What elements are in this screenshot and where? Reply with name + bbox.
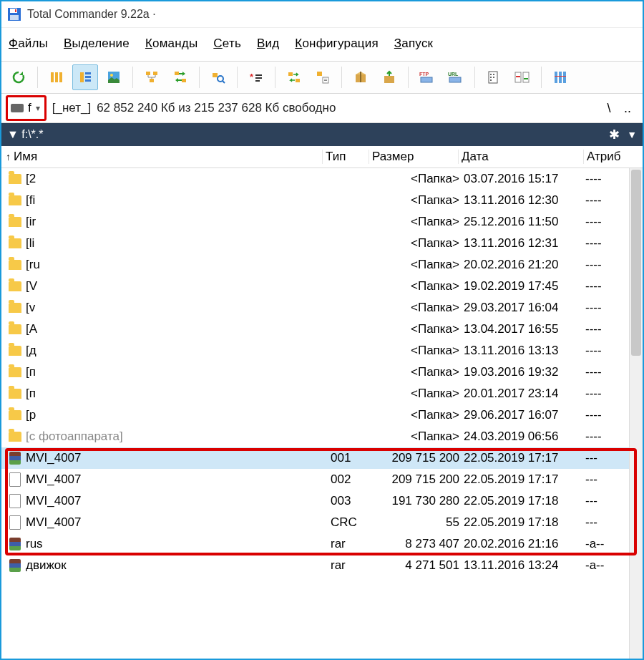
list-item[interactable]: [с фотоаппарата]<Папка>24.03.2019 06:56-… xyxy=(1,426,643,447)
list-item[interactable]: MVI_4007001209 715 20022.05.2019 17:17--… xyxy=(1,447,643,469)
item-size: <Папка> xyxy=(374,430,464,444)
ftp-button[interactable]: FTP xyxy=(414,64,440,90)
item-name: [с фотоаппарата] xyxy=(26,430,331,444)
scrollbar[interactable] xyxy=(629,168,643,659)
sync-button[interactable] xyxy=(281,64,307,90)
list-item[interactable]: [д<Папка>13.11.2016 13:13---- xyxy=(1,340,643,361)
pack-button[interactable] xyxy=(348,64,374,90)
list-item[interactable]: движокrar4 271 50113.11.2016 13:24-a-- xyxy=(1,555,643,576)
column-headers: ↑Имя Тип Размер Дата Атриб xyxy=(1,146,643,168)
svg-rect-50 xyxy=(555,76,566,77)
svg-rect-44 xyxy=(523,72,529,82)
pathbar[interactable]: ▼ f:\*.* ✱ ▼ xyxy=(1,123,643,146)
view-thumbs-button[interactable] xyxy=(101,64,127,90)
list-item[interactable]: [v<Папка>29.03.2017 16:04---- xyxy=(1,297,643,319)
view-brief-button[interactable] xyxy=(44,64,69,90)
list-item[interactable]: [li<Папка>13.11.2016 12:31---- xyxy=(1,233,643,254)
item-size: <Папка> xyxy=(374,279,464,293)
scrollbar-thumb[interactable] xyxy=(631,170,641,356)
drive-selector[interactable]: f ▾ xyxy=(6,95,47,121)
item-size: <Папка> xyxy=(374,322,464,336)
item-name: [ru xyxy=(26,258,331,272)
drive-space: 62 852 240 Кб из 215 237 628 Кб свободно xyxy=(97,101,336,115)
parent-button[interactable]: .. xyxy=(624,101,631,116)
compare-button[interactable] xyxy=(509,64,535,90)
header-attr[interactable]: Атриб xyxy=(583,150,643,164)
list-item[interactable]: [A<Папка>13.04.2017 16:55---- xyxy=(1,319,643,340)
copy-names-button[interactable] xyxy=(310,64,336,90)
svg-rect-22 xyxy=(255,77,262,79)
list-item[interactable]: [п<Папка>19.03.2016 19:32---- xyxy=(1,361,643,383)
list-item[interactable]: [ir<Папка>25.12.2016 11:50---- xyxy=(1,211,643,233)
sort-asc-icon: ↑ xyxy=(6,151,11,162)
unpack-button[interactable] xyxy=(376,64,402,90)
list-item[interactable]: [V<Папка>19.02.2019 17:45---- xyxy=(1,276,643,297)
tree-button[interactable] xyxy=(139,64,165,90)
list-item[interactable]: MVI_4007002209 715 20022.05.2019 17:17--… xyxy=(1,469,643,490)
header-name[interactable]: ↑Имя xyxy=(1,150,322,164)
item-name: rus xyxy=(26,537,331,551)
root-button[interactable]: \ xyxy=(602,101,615,116)
svg-rect-28 xyxy=(324,79,327,79)
item-name: [V xyxy=(26,279,331,293)
hdd-icon xyxy=(11,104,24,112)
item-size: <Папка> xyxy=(374,301,464,315)
view-full-button[interactable] xyxy=(72,64,98,90)
svg-rect-13 xyxy=(146,72,150,75)
split-view-button[interactable] xyxy=(547,64,573,90)
folder-icon xyxy=(9,410,21,420)
app-window: Total Commander 9.22a · Файлы Выделение … xyxy=(0,0,644,660)
menu-commands[interactable]: Команды xyxy=(145,37,197,51)
svg-rect-21 xyxy=(255,74,262,76)
list-item[interactable]: rusrar8 273 40720.02.2016 21:16-a-- xyxy=(1,533,643,555)
list-item[interactable]: [ru<Папка>20.02.2016 21:20---- xyxy=(1,254,643,276)
item-size: <Папка> xyxy=(374,408,464,422)
item-size: 55 xyxy=(374,515,464,530)
list-item[interactable]: [п<Папка>20.01.2017 23:14---- xyxy=(1,383,643,404)
list-item[interactable]: [р<Папка>29.06.2017 16:07---- xyxy=(1,404,643,426)
url-button[interactable]: URL xyxy=(443,64,469,90)
menu-select[interactable]: Выделение xyxy=(64,37,130,51)
list-item[interactable]: MVI_4007CRC5522.05.2019 17:18--- xyxy=(1,512,643,533)
list-item[interactable]: [fi<Папка>13.11.2016 12:30---- xyxy=(1,190,643,211)
folder-icon xyxy=(9,281,21,291)
menu-view[interactable]: Вид xyxy=(257,37,279,51)
rename-button[interactable]: * xyxy=(243,64,269,90)
svg-text:FTP: FTP xyxy=(419,72,429,77)
header-size[interactable]: Размер xyxy=(369,150,458,164)
header-type[interactable]: Тип xyxy=(322,150,369,164)
svg-rect-15 xyxy=(150,79,154,82)
refresh-button[interactable] xyxy=(6,64,31,90)
folder-icon xyxy=(9,174,21,184)
menu-net[interactable]: Сеть xyxy=(213,37,241,51)
menu-files[interactable]: Файлы xyxy=(9,37,48,51)
item-name: MVI_4007 xyxy=(26,515,331,530)
item-size: <Папка> xyxy=(374,172,464,186)
favorites-icon[interactable]: ✱ xyxy=(609,127,620,142)
item-name: [р xyxy=(26,408,331,422)
folder-icon xyxy=(9,432,21,442)
archive-icon xyxy=(9,559,21,572)
archive-icon xyxy=(9,538,21,550)
item-date: 20.02.2016 21:16 xyxy=(464,537,585,551)
svg-rect-29 xyxy=(324,80,327,81)
svg-rect-3 xyxy=(15,9,16,12)
swap-panels-button[interactable] xyxy=(167,64,193,90)
item-date: 22.05.2019 17:17 xyxy=(464,472,585,487)
menu-config[interactable]: Конфигурация xyxy=(295,37,379,51)
header-date[interactable]: Дата xyxy=(458,150,583,164)
svg-rect-34 xyxy=(421,77,432,82)
item-name: [A xyxy=(26,322,331,336)
list-item[interactable]: [2<Папка>03.07.2016 15:17---- xyxy=(1,168,643,190)
history-dropdown-icon[interactable]: ▼ xyxy=(627,129,637,140)
svg-text:*: * xyxy=(250,72,254,82)
svg-point-40 xyxy=(490,79,492,81)
search-button[interactable] xyxy=(205,64,231,90)
file-list[interactable]: [2<Папка>03.07.2016 15:17----[fi<Папка>1… xyxy=(1,168,643,659)
item-date: 25.12.2016 11:50 xyxy=(464,215,585,229)
window-title: Total Commander 9.22a · xyxy=(27,8,156,21)
list-item[interactable]: MVI_4007003191 730 28022.05.2019 17:18--… xyxy=(1,490,643,512)
menu-start[interactable]: Запуск xyxy=(394,37,433,51)
svg-rect-5 xyxy=(55,72,58,82)
notepad-button[interactable] xyxy=(481,64,507,90)
